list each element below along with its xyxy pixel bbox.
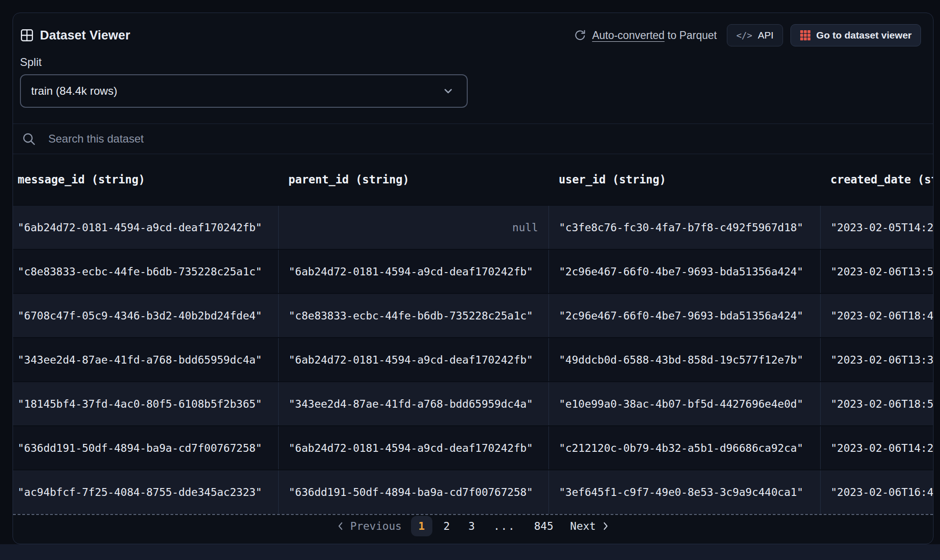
page-button-845[interactable]: 845 [527, 516, 561, 536]
table-row: "6708c47f-05c9-4346-b3d2-40b2bd24fde4""c… [13, 293, 933, 338]
page-background-strip [0, 544, 940, 560]
table-cell: "2023-02-06T18:5 [820, 382, 933, 426]
table-cell: "e10e99a0-38ac-4b07-bf5d-4427696e4e0d" [548, 382, 820, 426]
previous-button[interactable]: Previous [331, 520, 407, 532]
data-table: message_id (string)parent_id (string)use… [13, 154, 933, 515]
table-cell: "49ddcb0d-6588-43bd-858d-19c577f12e7b" [548, 338, 820, 382]
column-header: user_id (string) [548, 154, 820, 205]
table-cell: "ac94bfcf-7f25-4084-8755-dde345ac2323" [13, 470, 278, 514]
table-cell: "c8e83833-ecbc-44fe-b6db-735228c25a1c" [278, 293, 548, 338]
auto-converted-link[interactable]: Auto-converted [592, 29, 665, 41]
previous-label: Previous [350, 520, 402, 532]
page-buttons: 123...845 [411, 516, 561, 536]
table-cell: "6ab24d72-0181-4594-a9cd-deaf170242fb" [278, 249, 548, 293]
auto-converted-text: Auto-converted to Parquet [592, 29, 717, 42]
code-icon: </> [736, 30, 752, 40]
table-cell: "18145bf4-37fd-4ac0-80f5-6108b5f2b365" [13, 382, 278, 426]
column-header: message_id (string) [13, 154, 278, 205]
next-label: Next [570, 520, 596, 532]
page-button-1[interactable]: 1 [411, 516, 432, 536]
table-row: "6ab24d72-0181-4594-a9cd-deaf170242fb"nu… [13, 205, 933, 249]
go-to-dataset-viewer-button[interactable]: Go to dataset viewer [790, 24, 921, 46]
search-icon [22, 132, 36, 146]
page-button-2[interactable]: 2 [436, 516, 457, 536]
table-cell: "2023-02-06T18:4 [820, 293, 933, 338]
table-cell: "343ee2d4-87ae-41fd-a768-bdd65959dc4a" [278, 382, 548, 426]
table-cell: "6708c47f-05c9-4346-b3d2-40b2bd24fde4" [13, 293, 278, 338]
search-bar [13, 124, 933, 154]
column-header: created_date (st [820, 154, 933, 205]
page-button-3[interactable]: 3 [461, 516, 483, 536]
dataset-viewer-card: Dataset Viewer Auto-converted to Parquet… [13, 13, 933, 544]
search-input[interactable] [48, 124, 933, 154]
column-header: parent_id (string) [278, 154, 548, 205]
card-header: Dataset Viewer Auto-converted to Parquet… [13, 13, 933, 46]
page-ellipsis: ... [486, 516, 523, 536]
chevron-down-icon [442, 85, 455, 98]
table-cell: "6ab24d72-0181-4594-a9cd-deaf170242fb" [13, 205, 278, 249]
split-select[interactable]: train (84.4k rows) [20, 74, 468, 108]
table-cell: null [278, 205, 548, 249]
refresh-icon [574, 29, 586, 41]
next-button[interactable]: Next [565, 520, 615, 532]
table-cell: "2023-02-06T16:4 [820, 470, 933, 514]
red-table-icon [800, 30, 811, 41]
pagination: Previous 123...845 Next [13, 515, 933, 537]
table-cell: "c212120c-0b79-4b32-a5b1-d96686ca92ca" [548, 426, 820, 470]
chevron-right-icon [601, 521, 610, 531]
api-button[interactable]: </> API [727, 24, 783, 46]
table-cell: "c8e83833-ecbc-44fe-b6db-735228c25a1c" [13, 249, 278, 293]
table-row: "ac94bfcf-7f25-4084-8755-dde345ac2323""6… [13, 470, 933, 514]
table-row: "18145bf4-37fd-4ac0-80f5-6108b5f2b365""3… [13, 382, 933, 426]
split-selected-value: train (84.4k rows) [31, 85, 117, 98]
split-label: Split [20, 56, 933, 69]
table-row: "636dd191-50df-4894-ba9a-cd7f00767258""6… [13, 426, 933, 470]
chevron-left-icon [336, 521, 345, 531]
table-row: "c8e83833-ecbc-44fe-b6db-735228c25a1c""6… [13, 249, 933, 293]
table-header-row: message_id (string)parent_id (string)use… [13, 154, 933, 205]
table-cell: "343ee2d4-87ae-41fd-a768-bdd65959dc4a" [13, 338, 278, 382]
table-cell: "6ab24d72-0181-4594-a9cd-deaf170242fb" [278, 426, 548, 470]
api-button-label: API [758, 30, 774, 41]
table-cell: "2023-02-06T13:3 [820, 338, 933, 382]
table-cell: "2c96e467-66f0-4be7-9693-bda51356a424" [548, 293, 820, 338]
table-cell: "2c96e467-66f0-4be7-9693-bda51356a424" [548, 249, 820, 293]
table-row: "343ee2d4-87ae-41fd-a768-bdd65959dc4a""6… [13, 338, 933, 382]
table-cell: "636dd191-50df-4894-ba9a-cd7f00767258" [278, 470, 548, 514]
table-cell: "636dd191-50df-4894-ba9a-cd7f00767258" [13, 426, 278, 470]
table-cell: "6ab24d72-0181-4594-a9cd-deaf170242fb" [278, 338, 548, 382]
table-cell: "2023-02-06T14:2 [820, 426, 933, 470]
table-cell: "2023-02-05T14:2 [820, 205, 933, 249]
table-cell: "c3fe8c76-fc30-4fa7-b7f8-c492f5967d18" [548, 205, 820, 249]
go-to-dataset-viewer-label: Go to dataset viewer [816, 30, 912, 41]
table-grid-icon [20, 29, 33, 42]
page-title: Dataset Viewer [40, 28, 130, 43]
table-cell: "2023-02-06T13:5 [820, 249, 933, 293]
table-body: "6ab24d72-0181-4594-a9cd-deaf170242fb"nu… [13, 205, 933, 514]
table-cell: "3ef645f1-c9f7-49e0-8e53-3c9a9c440ca1" [548, 470, 820, 514]
